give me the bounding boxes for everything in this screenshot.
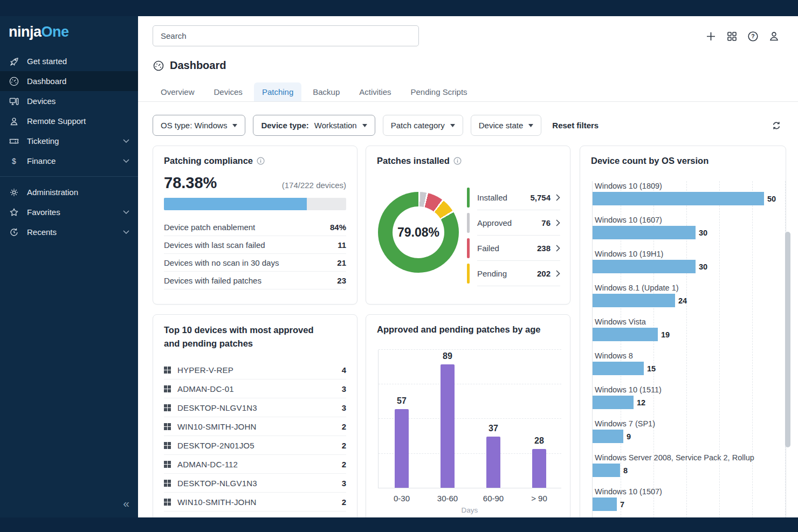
legend-label: Approved <box>477 218 538 227</box>
brand-logo[interactable]: ninjaOne <box>0 16 138 44</box>
chevron-down-icon <box>123 230 129 234</box>
sidebar-item-dashboard[interactable]: Dashboard <box>0 71 138 91</box>
sidebar-item-remote-support[interactable]: Remote Support <box>0 111 138 131</box>
device-patch-count: 2 <box>342 422 346 431</box>
patching-compliance-card: Patching compliance 78.38% (174/222 devi… <box>153 146 357 305</box>
chevron-right-icon <box>556 194 560 201</box>
device-row[interactable]: DESKTOP-2N01JO52 <box>164 436 346 455</box>
card-title: Top 10 devices with most approved and pe… <box>164 323 314 350</box>
caret-down-icon <box>528 124 533 127</box>
user-icon[interactable] <box>768 30 780 42</box>
sidebar-item-ticketing[interactable]: Ticketing <box>0 131 138 151</box>
apps-grid-icon[interactable] <box>726 30 738 42</box>
sidebar-item-favorites[interactable]: Favorites <box>0 202 138 222</box>
tab-activities[interactable]: Activities <box>351 82 399 101</box>
patches-by-age-bar-chart: 570-308930-603760-9028> 90 <box>378 350 561 488</box>
sidebar-item-label: Devices <box>27 96 56 106</box>
os-bar-label: Windows Server 2008, Service Pack 2, Rol… <box>593 453 781 464</box>
os-bar-row-windows-7-sp1: Windows 7 (SP1)9 <box>593 419 781 453</box>
windows-icon <box>164 404 171 411</box>
device-name: WIN10-SMITH-JOHN <box>177 498 342 507</box>
filter-device-type[interactable]: Device type: Workstation <box>253 115 375 136</box>
dashboard-tabs: OverviewDevicesPatchingBackupActivitiesP… <box>138 80 798 102</box>
tab-overview[interactable]: Overview <box>153 82 203 101</box>
help-icon[interactable]: ? <box>747 30 759 42</box>
os-bar-row-windows-10-1511: Windows 10 (1511)12 <box>593 385 781 419</box>
filter-os-type-windows[interactable]: OS type: Windows <box>153 115 245 136</box>
chevron-down-icon <box>123 139 129 143</box>
tab-backup[interactable]: Backup <box>305 82 348 101</box>
app-window: ninjaOne Get startedDashboardDevicesRemo… <box>0 0 798 532</box>
tab-pending-scripts[interactable]: Pending Scripts <box>402 82 475 101</box>
legend-label: Pending <box>477 269 534 278</box>
os-bar-row-windows-8-1-update-1: Windows 8.1 (Update 1)24 <box>593 283 781 317</box>
os-bar-row-windows-10-1507: Windows 10 (1507)7 <box>593 487 781 517</box>
chevron-right-icon <box>556 270 560 277</box>
reset-filters-button[interactable]: Reset filters <box>552 121 598 130</box>
windows-icon <box>164 442 171 449</box>
refresh-icon[interactable] <box>771 120 782 131</box>
info-icon[interactable] <box>453 157 462 165</box>
ticket-icon <box>9 136 19 147</box>
sidebar-item-finance[interactable]: $Finance <box>0 151 138 171</box>
legend-color-bar <box>467 264 470 284</box>
legend-color-bar <box>467 238 470 258</box>
sidebar-item-get-started[interactable]: Get started <box>0 51 138 71</box>
os-bar-label: Windows 10 (1607) <box>593 215 781 226</box>
sidebar-item-devices[interactable]: Devices <box>0 91 138 111</box>
device-row[interactable]: ADMAN-DC-013 <box>164 379 346 398</box>
x-axis-label: Days <box>378 506 561 514</box>
tab-devices[interactable]: Devices <box>206 82 251 101</box>
search-input[interactable] <box>153 25 419 46</box>
device-patch-count: 3 <box>342 479 346 488</box>
legend-label: Failed <box>477 244 534 253</box>
sidebar-item-recents[interactable]: Recents <box>0 222 138 242</box>
age-x-tick-label: 0-30 <box>383 494 421 503</box>
stat-label: Devices with failed patches <box>164 276 262 285</box>
info-icon[interactable] <box>257 157 265 165</box>
device-row[interactable]: WIN10-SMITH-JOHN2 <box>164 493 346 512</box>
add-icon[interactable] <box>705 30 717 42</box>
windows-icon <box>164 385 171 392</box>
compliance-progress-bar <box>164 198 346 210</box>
os-bar-row-windows-10-1809: Windows 10 (1809)50 <box>593 181 781 215</box>
gear-icon <box>9 187 19 198</box>
device-row[interactable]: ADMAN-DC-1122 <box>164 455 346 474</box>
vertical-scrollbar[interactable] <box>785 232 790 447</box>
star-icon <box>9 207 19 218</box>
legend-row-approved[interactable]: Approved76 <box>467 210 560 236</box>
os-bar-value: 30 <box>699 262 707 271</box>
legend-row-installed[interactable]: Installed5,754 <box>467 185 560 210</box>
compliance-stats-list: Device patch enablement84%Devices with l… <box>164 218 346 289</box>
sidebar-item-administration[interactable]: Administration <box>0 182 138 202</box>
device-row[interactable]: HYPER-V-REP4 <box>164 361 346 379</box>
legend-row-failed[interactable]: Failed238 <box>467 236 560 261</box>
tab-patching[interactable]: Patching <box>254 82 301 101</box>
sidebar-collapse-button[interactable]: « <box>123 498 129 509</box>
os-bar-value: 9 <box>627 432 631 441</box>
sidebar-item-label: Get started <box>27 57 67 66</box>
age-x-tick-label: > 90 <box>520 494 558 503</box>
os-bar-value: 7 <box>620 500 624 509</box>
devices-icon <box>9 96 19 107</box>
chevron-right-icon <box>556 219 560 226</box>
brand-one: One <box>42 24 69 40</box>
page-header: Dashboard <box>153 59 226 72</box>
compliance-stat-row: Devices with last scan failed11 <box>164 236 346 254</box>
device-row[interactable]: WIN10-SMITH-JOHN2 <box>164 417 346 436</box>
legend-row-pending[interactable]: Pending202 <box>467 261 560 286</box>
os-bar-label: Windows 7 (SP1) <box>593 419 781 430</box>
sidebar-item-label: Finance <box>27 156 56 165</box>
os-bar <box>593 464 620 477</box>
os-bar-label: Windows 10 (1809) <box>593 181 781 192</box>
device-name: DESKTOP-NLGV1N3 <box>177 479 342 488</box>
device-row[interactable]: DESKTOP-NLGV1N33 <box>164 474 346 493</box>
compliance-percent: 78.38% <box>164 174 217 192</box>
filter-patch-category[interactable]: Patch category <box>383 115 463 136</box>
filter-device-state[interactable]: Device state <box>471 115 542 136</box>
legend-row-body: Pending202 <box>477 261 560 286</box>
device-row[interactable]: DESKTOP-NLGV1N33 <box>164 398 346 417</box>
device-name: WIN10-SMITH-JOHN <box>177 422 342 431</box>
legend-value: 76 <box>541 218 551 227</box>
device-name: ADMAN-DC-01 <box>177 384 342 393</box>
